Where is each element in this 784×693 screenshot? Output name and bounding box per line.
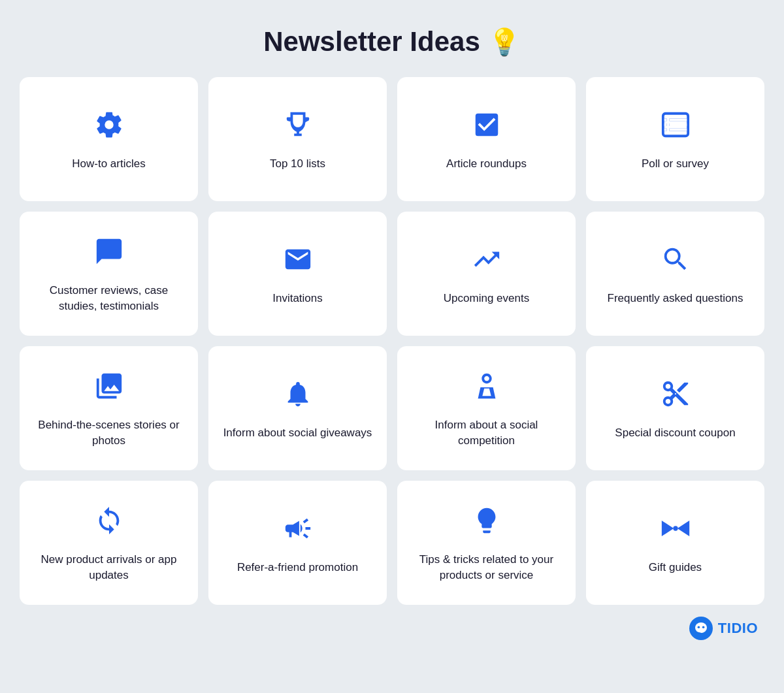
card-invitations-label: Invitations <box>272 291 323 306</box>
bell-icon <box>283 379 313 413</box>
svg-point-8 <box>702 626 705 628</box>
megaphone-icon <box>283 513 313 548</box>
card-poll: Poll or survey <box>586 77 764 201</box>
trending-icon <box>472 244 502 279</box>
card-coupon-label: Special discount coupon <box>615 425 735 441</box>
search-icon <box>661 244 691 279</box>
card-behind: Behind-the-scenes stories or photos <box>20 346 198 470</box>
bowtie-icon <box>661 513 691 548</box>
card-invitations: Invitations <box>208 212 387 336</box>
card-arrivals-label: New product arrivals or app updates <box>33 552 185 583</box>
card-faq-label: Frequently asked questions <box>608 291 743 306</box>
title-text: Newsletter Ideas <box>263 26 480 57</box>
card-reviews: Customer reviews, case studies, testimon… <box>20 212 198 336</box>
cards-grid: How-to articlesTop 10 listsArticle round… <box>20 77 764 605</box>
tidio-logo-icon <box>689 617 713 640</box>
card-giveaways-label: Inform about social giveaways <box>223 425 372 441</box>
check-icon <box>472 110 502 144</box>
svg-marker-1 <box>661 521 673 536</box>
card-poll-label: Poll or survey <box>642 156 709 172</box>
tidio-brand-text: TIDIO <box>718 620 758 637</box>
page-title: Newsletter Ideas 💡 <box>263 26 521 57</box>
refresh-icon <box>94 506 124 540</box>
card-competition-label: Inform about a social competition <box>410 417 563 449</box>
card-roundups-label: Article roundups <box>446 156 527 172</box>
card-refer-label: Refer-a-friend promotion <box>237 560 358 575</box>
card-events-label: Upcoming events <box>444 291 529 306</box>
title-emoji: 💡 <box>488 27 521 57</box>
card-top10-label: Top 10 lists <box>270 156 325 172</box>
svg-point-3 <box>673 526 678 530</box>
card-roundups: Article roundups <box>397 77 576 201</box>
card-top10: Top 10 lists <box>208 77 387 201</box>
card-faq: Frequently asked questions <box>586 212 764 336</box>
chat-icon <box>94 236 124 271</box>
card-gifts: Gift guides <box>586 481 764 605</box>
photo-icon <box>94 371 124 406</box>
card-competition: Inform about a social competition <box>397 346 576 470</box>
mail-icon <box>283 244 313 279</box>
card-how-to-label: How-to articles <box>72 156 145 172</box>
bulb-icon <box>472 506 502 540</box>
card-reviews-label: Customer reviews, case studies, testimon… <box>33 283 185 314</box>
gear-icon <box>94 110 124 144</box>
card-how-to: How-to articles <box>20 77 198 201</box>
trophy-icon <box>283 110 313 144</box>
scissors-icon <box>661 379 691 413</box>
list-icon <box>661 110 691 144</box>
card-events: Upcoming events <box>397 212 576 336</box>
card-behind-label: Behind-the-scenes stories or photos <box>33 417 185 449</box>
card-gifts-label: Gift guides <box>649 560 702 575</box>
card-refer: Refer-a-friend promotion <box>208 481 387 605</box>
svg-point-7 <box>697 626 700 628</box>
svg-point-5 <box>695 622 707 633</box>
medal-icon <box>472 371 502 406</box>
card-tips: Tips & tricks related to your products o… <box>397 481 576 605</box>
card-tips-label: Tips & tricks related to your products o… <box>410 552 563 583</box>
card-coupon: Special discount coupon <box>586 346 764 470</box>
card-giveaways: Inform about social giveaways <box>208 346 387 470</box>
svg-marker-2 <box>677 521 689 536</box>
tidio-footer: TIDIO <box>689 617 758 640</box>
card-arrivals: New product arrivals or app updates <box>20 481 198 605</box>
